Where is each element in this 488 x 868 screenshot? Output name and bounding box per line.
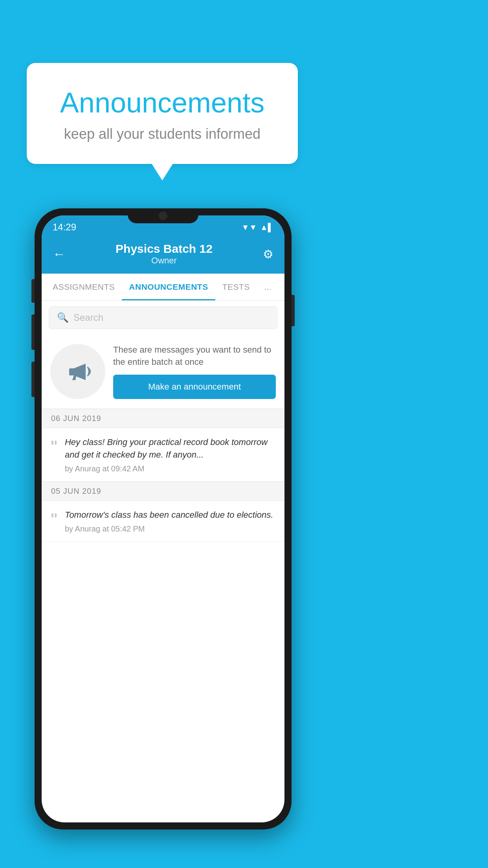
status-time: 14:29: [53, 222, 76, 233]
announcement-item-1: " Hey class! Bring your practical record…: [42, 428, 284, 482]
status-icons: ▼▼ ▲▌: [241, 223, 273, 232]
header-subtitle: Owner: [65, 256, 263, 266]
speech-bubble-title: Announcements: [42, 86, 282, 119]
announcement-content-2: Tomorrow's class has been cancelled due …: [65, 509, 276, 533]
search-icon: 🔍: [57, 312, 69, 323]
announcement-prompt-right: These are messages you want to send to t…: [113, 344, 276, 399]
announcement-text-2: Tomorrow's class has been cancelled due …: [65, 509, 276, 521]
announcement-icon-circle: [50, 344, 105, 399]
header-center: Physics Batch 12 Owner: [65, 242, 263, 266]
gear-icon[interactable]: ⚙: [263, 247, 273, 261]
app-header: ← Physics Batch 12 Owner ⚙: [42, 236, 284, 274]
phone-mockup: 14:29 ▼▼ ▲▌ ← Physics Batch 12 Owner ⚙ A…: [35, 208, 292, 837]
search-input[interactable]: Search: [73, 312, 103, 323]
tab-announcements[interactable]: ANNOUNCEMENTS: [122, 274, 215, 300]
wifi-icon: ▼▼: [241, 223, 257, 232]
back-button[interactable]: ←: [53, 247, 65, 261]
date-separator-2: 05 JUN 2019: [42, 482, 284, 501]
announcement-content-1: Hey class! Bring your practical record b…: [65, 436, 276, 473]
quote-icon-2: ": [50, 511, 58, 527]
search-box[interactable]: 🔍 Search: [49, 306, 277, 329]
signal-icon: ▲▌: [260, 223, 273, 232]
date-separator-1: 06 JUN 2019: [42, 409, 284, 428]
speech-bubble-subtitle: keep all your students informed: [42, 126, 282, 142]
header-title: Physics Batch 12: [65, 242, 263, 256]
tab-more[interactable]: ...: [257, 274, 279, 300]
phone-btn-extra: [31, 362, 35, 397]
svg-rect-0: [69, 368, 75, 375]
tabs-container: ASSIGNMENTS ANNOUNCEMENTS TESTS ...: [42, 274, 284, 301]
phone-screen: 14:29 ▼▼ ▲▌ ← Physics Batch 12 Owner ⚙ A…: [42, 215, 284, 822]
tab-assignments[interactable]: ASSIGNMENTS: [46, 274, 122, 300]
search-container: 🔍 Search: [42, 301, 284, 335]
announcement-prompt-description: These are messages you want to send to t…: [113, 344, 276, 368]
make-announcement-button[interactable]: Make an announcement: [113, 375, 276, 399]
announcement-prompt: These are messages you want to send to t…: [42, 335, 284, 409]
speech-bubble: Announcements keep all your students inf…: [27, 63, 298, 164]
announcement-meta-1: by Anurag at 09:42 AM: [65, 464, 276, 473]
phone-btn-vol-down: [31, 314, 35, 350]
phone-camera: [159, 211, 167, 220]
announcement-text-1: Hey class! Bring your practical record b…: [65, 436, 276, 461]
megaphone-icon: [62, 356, 94, 387]
announcement-item-2: " Tomorrow's class has been cancelled du…: [42, 501, 284, 542]
quote-icon-1: ": [50, 438, 58, 454]
phone-btn-power: [292, 295, 295, 326]
announcement-meta-2: by Anurag at 05:42 PM: [65, 524, 276, 533]
speech-bubble-container: Announcements keep all your students inf…: [27, 63, 298, 164]
phone-notch: [128, 208, 198, 223]
phone-btn-vol-up: [31, 279, 35, 303]
tab-tests[interactable]: TESTS: [215, 274, 257, 300]
